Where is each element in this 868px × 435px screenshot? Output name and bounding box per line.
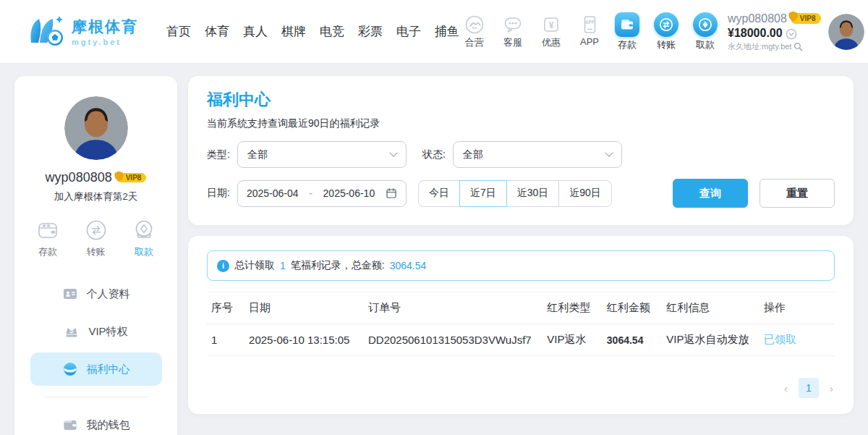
partner-link[interactable]: 合营 [459,14,490,49]
support-link[interactable]: 客服 [498,14,528,49]
brand-domain: mgty.bet [72,38,138,46]
search-button[interactable]: 查询 [673,179,748,208]
app-link[interactable]: APP APP [574,14,605,49]
table-header-row: 序号 日期 订单号 红利类型 红利金额 红利信息 操作 [207,292,835,324]
balance-chevron-icon[interactable] [786,28,797,40]
header-date: 日期 [244,292,364,324]
transfer-button[interactable]: 转账 [654,12,678,51]
top-navbar: 摩根体育 mgty.bet 首页 体育 真人 棋牌 电竞 彩票 电子 捕鱼 合营 [0,0,868,64]
nav-item-live-casino[interactable]: 真人 [243,23,268,40]
sidebar-item-wallet[interactable]: 我的钱包 [30,408,162,435]
header-action: 操作 [760,292,835,324]
sidebar-menu: 个人资料 VIP特权 [30,277,162,435]
sidebar-deposit-button[interactable]: 存款 [35,218,60,258]
permanent-address: 永久地址:mgty.bet [728,41,791,51]
username: wyp080808 [728,12,787,27]
id-card-icon [62,286,78,302]
balance: ¥18000.00 [728,26,783,41]
pagination-next-icon[interactable]: › [830,382,833,394]
summary-middle: 笔福利记录，总金额: [291,259,385,272]
chat-icon [502,14,524,35]
withdraw-button[interactable]: 取款 [693,12,718,51]
header-bonus-info: 红利信息 [662,292,760,324]
svg-text:APP: APP [585,20,595,25]
nav-item-sports[interactable]: 体育 [205,23,229,40]
cell-action-status: 已领取 [760,324,835,356]
pagination-prev-icon[interactable]: ‹ [784,382,788,394]
nav-item-lottery[interactable]: 彩票 [358,23,383,40]
avatar[interactable] [828,14,864,50]
range-30days-button[interactable]: 近30日 [506,180,560,207]
joined-days-text: 加入摩根体育第2天 [30,190,162,203]
vip-shield-icon [114,171,124,182]
summary-prefix: 总计领取 [234,259,275,272]
avatar-image [828,14,864,50]
content-column: 福利中心 当前系统支持查询最近90日的福利记录 类型: 全部 状态: 全部 [188,76,854,414]
benefits-icon [62,361,78,377]
cell-bonus-info: VIP返水自动发放 [662,324,760,356]
main-layout: wyp080808 VIP8 加入摩根体育第2天 [0,64,868,435]
phone-icon: APP [579,14,600,35]
status-select[interactable]: 全部 [453,141,622,168]
range-today-button[interactable]: 今日 [418,180,460,207]
header-bonus-type: 红利类型 [542,292,602,324]
promotions-link[interactable]: ¥ 优惠 [536,14,566,49]
nav-item-fishing[interactable]: 捕鱼 [435,23,459,40]
sidebar-item-benefits[interactable]: 福利中心 [30,352,162,386]
date-range-input[interactable]: 2025-06-04 - 2025-06-10 [237,180,407,207]
calendar-icon [386,187,397,199]
sidebar-transfer-button[interactable]: 转账 [84,218,109,258]
sidebar-vip-badge: VIP8 [116,173,147,182]
type-select[interactable]: 全部 [237,141,407,168]
info-icon [217,260,229,272]
summary-count: 1 [280,260,286,271]
cell-order-no: DD202506101315053D3VWuJsf7 [364,324,542,356]
transfer-outline-icon [84,218,109,242]
deposit-button[interactable]: 存款 [615,12,639,51]
sidebar-item-vip[interactable]: VIP特权 [30,315,162,348]
nav-item-board-games[interactable]: 棋牌 [281,23,306,40]
chevron-down-icon [605,148,613,156]
sidebar-withdraw-button[interactable]: 取款 [132,218,156,258]
type-filter-label: 类型: [207,148,230,161]
nav-item-esports[interactable]: 电竞 [320,23,344,40]
quick-links: 合营 客服 ¥ 优惠 APP [459,14,605,49]
sidebar-deposit-label: 存款 [38,245,57,258]
sidebar-item-profile[interactable]: 个人资料 [30,277,162,311]
header-seq: 序号 [207,292,244,324]
date-quick-ranges: 今日 近7日 近30日 近90日 [418,180,612,207]
brand-name: 摩根体育 [72,17,138,37]
sidebar-item-vip-label: VIP特权 [88,325,127,339]
benefits-table-card: 总计领取 1 笔福利记录，总金额: 3064.54 序号 日期 订单号 [188,236,854,414]
withdraw-label: 取款 [696,38,715,51]
promotions-label: 优惠 [542,36,561,49]
reset-button[interactable]: 重置 [760,179,835,208]
deposit-label: 存款 [618,38,637,51]
page-subtitle: 当前系统支持查询最近90日的福利记录 [207,117,835,130]
magnifier-icon[interactable] [793,42,803,51]
app-label: APP [580,36,599,47]
user-panel: wyp080808 VIP8 ¥18000.00 永久地址:mgty.bet [728,12,821,52]
sidebar-item-benefits-label: 福利中心 [87,363,130,376]
date-separator: - [309,187,312,199]
chevron-down-icon [389,148,397,156]
header-bonus-amount: 红利金额 [603,292,662,324]
vip-badge: VIP8 [791,13,821,24]
sidebar-item-wallet-label: 我的钱包 [87,418,130,432]
cell-date: 2025-06-10 13:15:05 [244,324,364,356]
range-90days-button[interactable]: 近90日 [558,180,612,207]
page-title: 福利中心 [207,89,835,111]
filter-actions: 查询 重置 [673,179,835,208]
transfer-label: 转账 [657,38,676,51]
withdraw-outline-icon [132,218,156,242]
benefits-table: 序号 日期 订单号 红利类型 红利金额 红利信息 操作 1 2025-06-10 [207,292,835,356]
sidebar-username: wyp080808 [46,170,112,185]
sidebar-item-profile-label: 个人资料 [87,287,130,301]
nav-item-home[interactable]: 首页 [166,23,191,40]
nav-item-slots[interactable]: 电子 [396,23,421,40]
pagination: ‹ 1 › [207,378,835,398]
pagination-page-1[interactable]: 1 [799,378,819,398]
brand-logo[interactable]: 摩根体育 mgty.bet [27,13,159,51]
sidebar-avatar[interactable] [64,96,128,160]
range-7days-button[interactable]: 近7日 [459,180,507,207]
